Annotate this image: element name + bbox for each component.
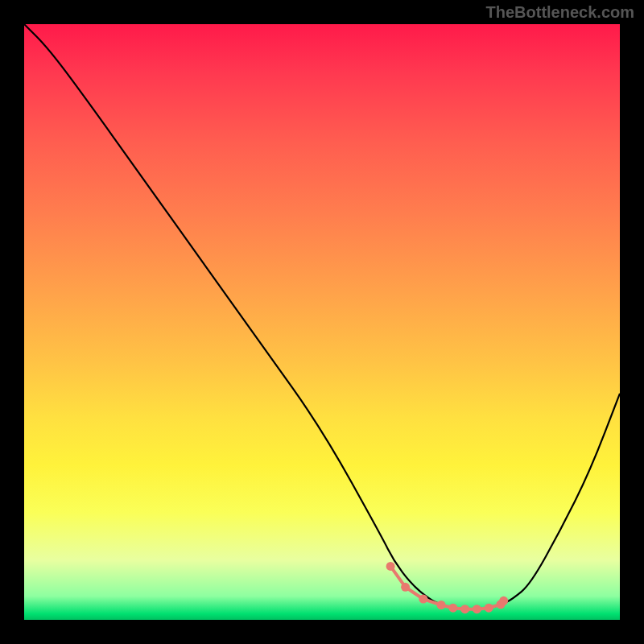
highlight-marker <box>401 583 410 592</box>
highlight-marker <box>437 601 446 609</box>
highlight-marker <box>448 604 457 613</box>
highlight-marker <box>499 597 508 605</box>
chart-svg <box>24 24 620 620</box>
highlight-marker <box>485 604 493 613</box>
highlight-marker <box>386 562 395 571</box>
highlight-marker <box>460 605 469 613</box>
watermark-text: TheBottleneck.com <box>486 3 634 22</box>
bottleneck-curve-line <box>24 24 620 609</box>
chart-plot-area <box>24 24 620 620</box>
highlight-marker <box>419 595 427 604</box>
highlight-marker <box>473 605 481 613</box>
highlight-markers <box>386 562 509 613</box>
